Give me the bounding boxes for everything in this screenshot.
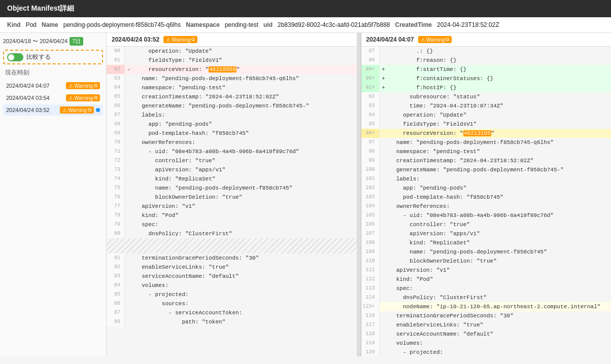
diff-line: 96+ resourceVersion: "46213105" [361, 129, 612, 138]
line-number: 105 [361, 211, 380, 220]
line-content: - serviceAccountToken: [133, 308, 357, 317]
line-content: volumes: [388, 339, 612, 348]
diff-line: 85 - projected: [107, 290, 357, 299]
line-content: - uid: "08e4b783-a08b-4a4b-996b-6a419f89… [133, 147, 357, 156]
right-panel-header: 2024/04/24 04:07 ⚠ Warning ⧉ [361, 33, 612, 47]
line-content: enableServiceLinks: "true" [388, 320, 612, 330]
diff-line: 66 generateName: "pending-pods-deploymen… [107, 101, 357, 111]
line-number: 87 [107, 308, 125, 317]
line-number: 119 [361, 339, 380, 348]
warning-icon-left: ⚠ [166, 37, 171, 43]
line-number: 114 [361, 293, 380, 302]
line-content: volumes: [133, 281, 357, 290]
line-number: 97 [361, 138, 380, 147]
diff-line: 83 serviceAccountName: "default" [107, 272, 357, 281]
line-content: dnsPolicy: "ClusterFirst" [133, 229, 357, 238]
diff-line: 87 - serviceAccountToken: [107, 308, 357, 317]
line-number: 113 [361, 284, 380, 293]
line-number: 118 [361, 330, 380, 339]
line-number: 71 [107, 147, 125, 156]
right-diff-content[interactable]: 87 .: {}88 f:reason: {}89++ f:startTime:… [361, 47, 612, 356]
diff-panels: 2024/04/24 03:52 ⚠ Warning ⧉ 60 operatio… [107, 33, 611, 356]
line-number: 67 [107, 111, 125, 120]
line-number: 84 [107, 281, 125, 290]
line-number: 112 [361, 275, 380, 284]
diff-line: 112 kind: "Pod" [361, 275, 612, 284]
line-number: 77 [107, 202, 125, 211]
diff-line: 109 name: "pending-pods-deployment-f858c… [361, 247, 612, 257]
diff-line: 88 f:reason: {} [361, 56, 612, 65]
right-panel-date: 2024/04/24 04:07 [366, 36, 414, 43]
line-content: f:startTime: {} [388, 65, 612, 74]
diff-line: 103 pod-template-hash: "f858cb745" [361, 193, 612, 202]
line-content: serviceAccountName: "default" [133, 272, 357, 281]
line-content: name: "pending-pods-deployment-f858cb745… [133, 74, 357, 83]
diff-line: 92 subresource: "status" [361, 92, 612, 101]
line-content: ownerReferences: [133, 138, 357, 147]
left-warning-badge: ⚠ Warning ⧉ [163, 36, 197, 43]
diff-line: 81 terminationGracePeriodSeconds: "30" [107, 253, 357, 263]
line-content: f:containerStatuses: {} [388, 74, 612, 83]
left-panel-date: 2024/04/24 03:52 [112, 36, 159, 43]
line-content: apiVersion: "apps/v1" [388, 229, 612, 238]
line-content: apiVersion: "v1" [133, 202, 357, 211]
line-number: 120 [361, 348, 380, 356]
diff-line: 84 volumes: [107, 281, 357, 290]
line-content: creationTimestamp: "2024-04-23T18:52:02Z… [133, 92, 357, 101]
content-area: 2024/04/18 〜 2024/04/24 7日 比較する 現在時刻 202… [0, 33, 611, 356]
history-item[interactable]: 2024/04/24 03:52⚠ Warning ⧉ [3, 104, 103, 116]
history-list: 2024/04/24 04:07⚠ Warning ⧉2024/04/24 03… [3, 80, 103, 116]
diff-line: 73 apiVersion: "apps/v1" [107, 165, 357, 174]
diff-line: 107 apiVersion: "apps/v1" [361, 229, 612, 238]
line-number: 117 [361, 320, 380, 330]
history-item[interactable]: 2024/04/24 04:07⚠ Warning ⧉ [3, 80, 103, 91]
compare-toggle[interactable] [7, 53, 23, 61]
created-time-key: CreatedTime [395, 21, 432, 28]
warning-icon: ⚠ [69, 83, 73, 89]
diff-line: 119 volumes: [361, 339, 612, 348]
history-item-date: 2024/04/24 03:54 [6, 95, 64, 101]
diff-line: 97 name: "pending-pods-deployment-f858cb… [361, 138, 612, 147]
line-content: labels: [388, 174, 612, 184]
line-content: terminationGracePeriodSeconds: "30" [133, 253, 357, 263]
diff-line: 94 operation: "Update" [361, 111, 612, 120]
line-content: kind: "ReplicaSet" [388, 238, 612, 247]
left-diff-content[interactable]: 60 operation: "Update"61 fieldsType: "Fi… [107, 47, 357, 356]
line-number: 79 [107, 220, 125, 229]
diff-line: 90++ f:containerStatuses: {} [361, 74, 612, 83]
line-content: - projected: [388, 348, 612, 356]
diff-line: 111 apiVersion: "v1" [361, 266, 612, 275]
compare-label: 比較する [26, 53, 51, 61]
line-content: time: "2024-04-23T19:07:34Z" [388, 101, 612, 111]
diff-line: 82 enableServiceLinks: "true" [107, 263, 357, 272]
diff-line: 72 controller: "true" [107, 156, 357, 165]
line-marker: + [380, 83, 388, 92]
diff-line: 74 kind: "ReplicaSet" [107, 174, 357, 184]
line-number: 115+ [361, 302, 380, 311]
diff-line: 117 enableServiceLinks: "true" [361, 320, 612, 330]
line-content: name: "pending-pods-deployment-f858cb745… [388, 247, 612, 257]
line-content: operation: "Update" [133, 47, 357, 56]
line-content: kind: "Pod" [388, 275, 612, 284]
line-content: fieldsType: "FieldsV1" [133, 56, 357, 65]
diff-line: 70 ownerReferences: [107, 138, 357, 147]
history-item[interactable]: 2024/04/24 03:54⚠ Warning ⧉ [3, 92, 103, 103]
line-number: 116 [361, 311, 380, 320]
right-diff-panel: 2024/04/24 04:07 ⚠ Warning ⧉ 87 .: {}88 … [361, 33, 612, 356]
line-content: dnsPolicy: "ClusterFirst" [388, 293, 612, 302]
line-content: namespace: "pending-test" [133, 83, 357, 92]
diff-line: 86 sources: [107, 299, 357, 308]
line-number: 106 [361, 220, 380, 229]
name-key: Name [42, 21, 58, 28]
namespace-val: pending-test [225, 21, 258, 28]
diff-line: 75 name: "pending-pods-deployment-f858cb… [107, 184, 357, 193]
toggle-row[interactable]: 比較する [3, 50, 103, 64]
line-number: 99 [361, 156, 380, 165]
line-content: resourceVersion: "46210568" [133, 65, 357, 74]
line-content: spec: [388, 284, 612, 293]
line-marker: + [380, 74, 388, 83]
line-number: 88 [361, 56, 380, 65]
left-panel-header: 2024/04/24 03:52 ⚠ Warning ⧉ [107, 33, 357, 47]
line-number: 64 [107, 83, 125, 92]
line-number: 66 [107, 101, 125, 111]
